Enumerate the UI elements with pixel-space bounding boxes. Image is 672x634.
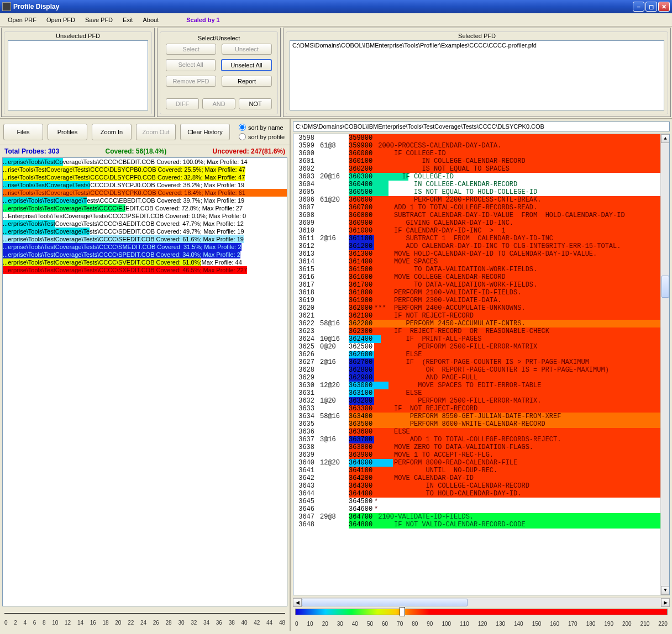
file-row[interactable]: ...rise\Tools\TestCoverage\Tests\CCCC\DL… [3, 173, 287, 181]
line-number: 3616 [293, 273, 314, 281]
and-button[interactable]: AND [202, 98, 235, 109]
line-annotation: 12@20 [320, 459, 349, 467]
code-body[interactable]: 3598359936003601360236033604360536063607… [293, 134, 670, 595]
unselected-pfd-list[interactable] [8, 40, 148, 110]
file-row[interactable]: ...rise\Tools\TestCoverage\Tests\CCCC\DL… [3, 181, 287, 189]
line-annotation [320, 327, 349, 335]
minimize-button[interactable]: – [633, 2, 644, 12]
unselect-all-button[interactable]: Unselect All [221, 59, 272, 71]
scroll-left-button[interactable]: ◀ [293, 598, 302, 607]
code-line: 361600 MOVE COLLEGE-CALENDAR-RECORD [349, 273, 669, 281]
file-row[interactable]: ...rise\Tools\TestCoverage\Tests\CCCC\DL… [3, 166, 287, 173]
files-button[interactable]: Files [3, 124, 43, 140]
code-line: 362500 PERFORM 2500-FILL-ERROR-MATRIX [349, 343, 669, 351]
vertical-scrollbar[interactable]: ▲ ▼ [660, 134, 669, 595]
horizontal-scrollbar[interactable]: ◀ ▶ [293, 598, 670, 606]
profiles-button[interactable]: Profiles [48, 124, 87, 140]
file-row[interactable]: ...erprise\Tools\TestCoverage\Tests\CCCC… [3, 228, 287, 235]
line-annotation [320, 242, 349, 250]
menu-open-pfd[interactable]: Open PFD [42, 15, 80, 24]
slider-thumb[interactable] [400, 607, 405, 616]
scroll-thumb-v[interactable] [662, 276, 669, 298]
line-annotation [320, 227, 349, 235]
line-annotation [320, 366, 349, 374]
file-row[interactable]: ...erprise\Tools\TestCoverage\Tests\CCCC… [3, 235, 287, 243]
code-line: 363200 PERFORM 2500-FILL-ERROR-MATRIX. [349, 397, 669, 405]
line-number: 3603 [293, 173, 314, 181]
line-number: 3637 [293, 436, 314, 443]
sort-by-name-radio[interactable]: sort by name [239, 124, 285, 131]
file-row[interactable]: ...rise\Tools\TestCoverage\Tests\CCCC\DL… [3, 189, 287, 197]
code-line: 360500 IS NOT EQUAL TO HOLD-COLLEGE-ID [349, 188, 669, 196]
scroll-thumb-h[interactable] [302, 599, 468, 606]
code-line: 363800 MOVE ZERO TO DATA-VALIDATION-FLAG… [349, 443, 669, 451]
menu-save-pfd[interactable]: Save PFD [81, 15, 117, 24]
line-number: 3626 [293, 351, 314, 358]
total-probes-label: Total Probes: 303 [4, 147, 59, 155]
file-row[interactable]: ...erprise\Tools\TestCoverage\Tests\CCCC… [3, 258, 287, 266]
line-number: 3621 [293, 312, 314, 320]
line-annotation: 3@16 [320, 436, 349, 443]
code-line: 363000 MOVE SPACES TO EDIT-ERROR-TABLE [349, 382, 669, 389]
code-line: 360000 IF COLLEGE-ID [349, 150, 669, 157]
line-number: 3617 [293, 281, 314, 289]
maximize-button[interactable]: ◻ [645, 2, 657, 12]
line-number: 3632 [293, 397, 314, 405]
file-list[interactable]: ...erprise\Tools\TestCoverage\Tests\CCCC… [2, 157, 287, 606]
zoom-out-button[interactable]: Zoom Out [136, 124, 176, 140]
code-line: 362200 PERFORM 2450-ACCUMULATE-CNTRS. [349, 320, 669, 327]
right-ruler[interactable]: 0102030405060708090100110120130140150160… [291, 606, 672, 631]
file-row[interactable]: ...Enterprise\Tools\TestCoverage\Tests\C… [3, 212, 287, 220]
code-line: 361500 TO DATA-VALIDATION-WORK-FIELDS. [349, 266, 669, 273]
menu-about[interactable]: About [138, 15, 163, 24]
code-line: 363400 PERFORM 8550-GET-JULIAN-DATE-FROM… [349, 413, 669, 420]
clear-history-button[interactable]: Clear History [180, 124, 230, 140]
line-number: 3609 [293, 219, 314, 227]
code-line: 363300 IF NOT REJECT-RECORD [349, 405, 669, 413]
remove-pfd-button[interactable]: Remove PFD [166, 76, 216, 87]
line-annotation [320, 273, 349, 281]
diff-button[interactable]: DIFF [166, 98, 199, 109]
close-button[interactable]: ✕ [658, 2, 670, 12]
sort-by-profile-radio[interactable]: sort by profile [239, 133, 285, 140]
file-row[interactable]: ...erprise\Tools\TestCoverage\Tests\CCCC… [3, 204, 287, 212]
line-annotation [320, 389, 349, 397]
file-row[interactable]: ...erprise\Tools\TestCoverage\Tests\CCCC… [3, 197, 287, 204]
scroll-right-button[interactable]: ▶ [661, 598, 670, 607]
file-row[interactable]: ...erprise\Tools\TestCoverage\Tests\CCCC… [3, 251, 287, 258]
line-number: 3604 [293, 181, 314, 188]
code-line: 360400 IN COLLEGE-CALENDAR-RECORD [349, 181, 669, 188]
select-button[interactable]: Select [166, 44, 216, 55]
sort-profile-input[interactable] [239, 133, 246, 140]
line-number: 3627 [293, 358, 314, 366]
line-number: 3599 [293, 142, 314, 150]
menu-exit[interactable]: Exit [118, 15, 137, 24]
line-annotation: 2@16 [320, 235, 349, 242]
menu-open-prf[interactable]: Open PRF [3, 15, 41, 24]
report-button[interactable]: Report [222, 76, 272, 87]
select-all-button[interactable]: Select All [166, 59, 216, 71]
code-line: 363500 PERFORM 8600-WRITE-CALENDAR-RECOR… [349, 420, 669, 428]
unselect-button[interactable]: Unselect [222, 44, 272, 55]
not-button[interactable]: NOT [239, 98, 272, 109]
line-annotation [320, 134, 349, 142]
file-row[interactable]: ...erprise\Tools\TestCoverage\Tests\CCCC… [3, 243, 287, 251]
line-number: 3625 [293, 343, 314, 351]
line-annotation [320, 165, 349, 173]
sort-name-input[interactable] [239, 124, 246, 131]
selected-pfd-list[interactable]: C:\DMS\Domains\COBOL\IBMEnterprise\Tools… [290, 40, 664, 110]
zoom-in-button[interactable]: Zoom In [92, 124, 132, 140]
line-number: 3641 [293, 467, 314, 474]
scroll-down-button[interactable]: ▼ [661, 586, 670, 595]
code-line: 363900 MOVE 1 TO ACCEPT-REC-FLG. [349, 451, 669, 459]
code-line: 361900 PERFORM 2300-VALIDATE-DATA. [349, 297, 669, 304]
file-row[interactable]: ...erprise\Tools\TestCoverage\Tests\CCCC… [3, 266, 287, 274]
scroll-up-button[interactable]: ▲ [661, 134, 670, 143]
code-line: 362000*** PERFORM 2400-ACCUMULATE-UNKNOW… [349, 304, 669, 312]
file-row[interactable]: ...erprise\Tools\TestCoverage\Tests\CCCC… [3, 158, 287, 166]
line-annotation: 58@16 [320, 413, 349, 420]
code-line: 362400 IF PRINT-ALL-PAGES [349, 335, 669, 343]
file-row[interactable]: ...erprise\Tools\TestCoverage\Tests\CCCC… [3, 220, 287, 228]
line-annotation [320, 212, 349, 219]
code-line: 361700 TO DATA-VALIDATION-WORK-FIELDS. [349, 281, 669, 289]
